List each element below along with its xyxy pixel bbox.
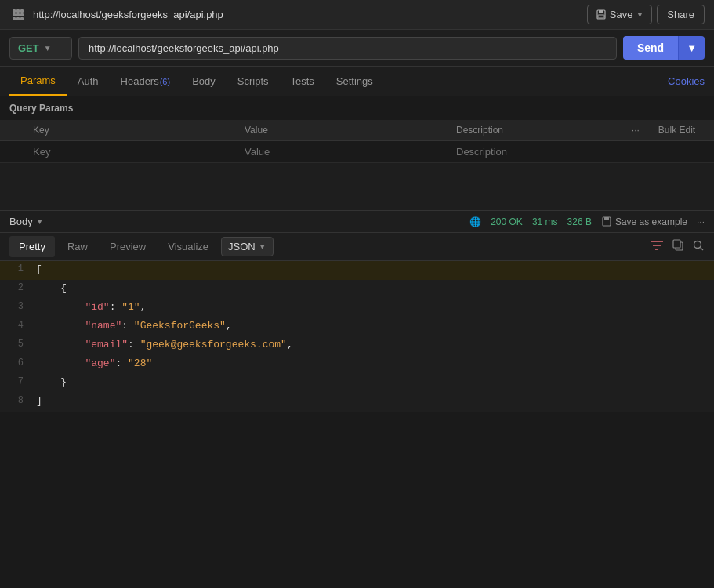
- line-content-1: [: [31, 261, 714, 278]
- code-line-6: 6 "age": "28": [0, 355, 714, 374]
- status-code: 200 OK: [491, 216, 523, 227]
- line-content-7: }: [31, 374, 714, 390]
- tab-headers[interactable]: Headers(6): [110, 67, 182, 95]
- query-params-label: Query Params: [0, 96, 714, 120]
- line-content-8: ]: [31, 393, 714, 409]
- line-content-6: "age": "28": [31, 355, 714, 372]
- value-input[interactable]: [245, 146, 437, 158]
- method-select[interactable]: GET ▼: [9, 37, 72, 60]
- key-input[interactable]: [33, 146, 226, 158]
- save-icon: [596, 9, 607, 20]
- svg-rect-4: [604, 217, 609, 220]
- svg-rect-2: [598, 15, 604, 18]
- svg-point-10: [694, 241, 701, 249]
- resp-tab-visualize[interactable]: Visualize: [158, 236, 218, 257]
- tab-settings[interactable]: Settings: [325, 67, 384, 95]
- code-line-4: 4 "name": "GeeksforGeeks",: [0, 318, 714, 336]
- col-value: Value: [235, 120, 447, 141]
- status-info: 🌐 200 OK 31 ms 326 B Save as example ···: [469, 216, 705, 227]
- cookies-link[interactable]: Cookies: [668, 67, 705, 95]
- status-ms: 31 ms: [532, 216, 558, 227]
- row-bulk-cell: [649, 141, 714, 163]
- code-line-8: 8 ]: [0, 393, 714, 412]
- line-num-5: 5: [0, 336, 31, 352]
- svg-line-11: [701, 248, 704, 251]
- line-content-2: {: [31, 280, 714, 296]
- row-checkbox-cell: [0, 141, 24, 163]
- code-line-2: 2 {: [0, 280, 714, 299]
- code-area: 1 [ 2 { 3 "id": "1", 4 "name": "Geek: [0, 261, 714, 412]
- line-num-4: 4: [0, 318, 31, 333]
- title-bar: http://localhost/geeksforgeeks_api/api.p…: [0, 0, 714, 30]
- format-select[interactable]: JSON ▼: [221, 237, 274, 256]
- send-arrow-icon: ▼: [687, 42, 697, 54]
- col-description: Description: [447, 120, 622, 141]
- filter-icon[interactable]: [650, 240, 664, 253]
- format-chevron: ▼: [259, 242, 266, 251]
- line-num-1: 1: [0, 261, 31, 277]
- code-line-5: 5 "email": "geek@geeksforgeeks.com",: [0, 336, 714, 355]
- resp-tab-raw[interactable]: Raw: [58, 236, 97, 257]
- title-url: http://localhost/geeksforgeeks_api/api.p…: [33, 9, 223, 20]
- method-label: GET: [18, 42, 39, 54]
- line-num-7: 7: [0, 374, 31, 390]
- url-input[interactable]: [78, 37, 617, 60]
- send-button[interactable]: Send: [623, 36, 678, 60]
- globe-icon: 🌐: [469, 216, 481, 227]
- tab-params[interactable]: Params: [9, 67, 67, 96]
- copy-icon[interactable]: [672, 239, 684, 254]
- status-size: 326 B: [567, 216, 592, 227]
- body-section: Body ▼ 🌐 200 OK 31 ms 326 B Save as exam…: [0, 210, 714, 412]
- tab-auth[interactable]: Auth: [67, 67, 110, 95]
- resp-tab-preview[interactable]: Preview: [100, 236, 155, 257]
- save-example-icon: [601, 216, 612, 227]
- line-content-4: "name": "GeeksforGeeks",: [31, 318, 714, 334]
- col-checkbox: [0, 120, 24, 141]
- row-value-cell[interactable]: [235, 141, 447, 163]
- app-icon: [9, 6, 27, 24]
- search-icon[interactable]: [692, 239, 705, 254]
- title-left: http://localhost/geeksforgeeks_api/api.p…: [9, 6, 223, 24]
- row-key-cell[interactable]: [24, 141, 235, 163]
- line-content-5: "email": "geek@geeksforgeeks.com",: [31, 336, 714, 353]
- col-dots: ···: [622, 120, 649, 141]
- col-bulk-edit[interactable]: Bulk Edit: [649, 120, 714, 141]
- tab-body[interactable]: Body: [181, 67, 227, 95]
- more-options-button[interactable]: ···: [697, 216, 705, 227]
- params-empty-row: [0, 141, 714, 163]
- title-actions: Save ▼ Share: [587, 5, 705, 24]
- tabs-bar: Params Auth Headers(6) Body Scripts Test…: [0, 67, 714, 96]
- tab-scripts[interactable]: Scripts: [227, 67, 280, 95]
- response-tabs: Pretty Raw Preview Visualize JSON ▼: [0, 233, 714, 261]
- query-params-section: Query Params Key Value Description ··· B…: [0, 96, 714, 163]
- body-label[interactable]: Body ▼: [9, 216, 44, 227]
- code-line-7: 7 }: [0, 374, 714, 393]
- save-example-button[interactable]: Save as example: [601, 216, 687, 227]
- response-icons: [650, 239, 705, 254]
- method-chevron: ▼: [44, 44, 52, 53]
- line-num-2: 2: [0, 280, 31, 296]
- line-num-6: 6: [0, 355, 31, 371]
- headers-badge: (6): [160, 77, 170, 86]
- body-chevron: ▼: [36, 217, 44, 226]
- row-desc-cell[interactable]: [447, 141, 622, 163]
- description-input[interactable]: [456, 146, 613, 158]
- params-table: Key Value Description ··· Bulk Edit: [0, 120, 714, 163]
- resp-tab-pretty[interactable]: Pretty: [9, 236, 55, 257]
- spacer: [0, 163, 714, 210]
- send-dropdown-button[interactable]: ▼: [678, 36, 705, 60]
- save-button[interactable]: Save ▼: [587, 5, 653, 24]
- line-num-3: 3: [0, 299, 31, 314]
- send-button-container: Send ▼: [623, 36, 705, 60]
- svg-rect-9: [673, 240, 680, 248]
- line-num-8: 8: [0, 393, 31, 408]
- svg-rect-1: [599, 10, 603, 13]
- code-line-1: 1 [: [0, 261, 714, 280]
- body-header: Body ▼ 🌐 200 OK 31 ms 326 B Save as exam…: [0, 211, 714, 233]
- share-button[interactable]: Share: [657, 5, 705, 24]
- line-content-3: "id": "1",: [31, 299, 714, 315]
- col-key: Key: [24, 120, 235, 141]
- tab-tests[interactable]: Tests: [280, 67, 325, 95]
- code-line-3: 3 "id": "1",: [0, 299, 714, 318]
- url-bar: GET ▼ Send ▼: [0, 30, 714, 67]
